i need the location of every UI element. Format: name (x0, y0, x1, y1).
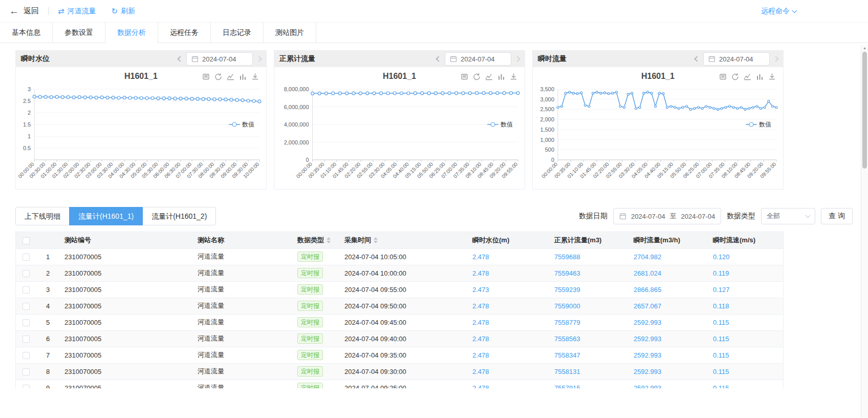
date-picker[interactable]: 2024-07-04 (445, 52, 511, 66)
water-level-link[interactable]: 2.478 (467, 265, 549, 281)
row-checkbox[interactable] (23, 270, 30, 277)
water-level-link[interactable]: 2.478 (467, 298, 549, 314)
cumulative-flow-link[interactable]: 7557915 (549, 380, 628, 388)
save-image-icon[interactable] (768, 73, 776, 80)
row-checkbox[interactable] (23, 368, 30, 375)
row-checkbox[interactable] (23, 286, 30, 294)
row-checkbox[interactable] (23, 319, 30, 326)
select-all-checkbox[interactable] (23, 237, 30, 244)
data-view-icon[interactable] (202, 73, 210, 80)
instant-flow-link[interactable]: 2592.993 (628, 330, 708, 347)
velocity-link[interactable]: 0.120 (708, 248, 783, 265)
velocity-link[interactable]: 0.127 (708, 281, 783, 298)
bar-chart-icon[interactable] (239, 73, 247, 80)
restore-icon[interactable] (731, 73, 739, 80)
water-level-link[interactable]: 2.478 (467, 380, 549, 388)
page-scrollbar[interactable]: ▲ (861, 45, 868, 418)
row-index: 4 (36, 298, 59, 314)
water-level-link[interactable]: 2.478 (467, 314, 549, 330)
tab-log-records[interactable]: 日志记录 (211, 23, 264, 43)
sort-carets-icon[interactable] (374, 237, 378, 243)
velocity-link[interactable]: 0.115 (708, 330, 783, 347)
cumulative-flow-link[interactable]: 7558347 (549, 347, 628, 363)
water-level-link[interactable]: 2.473 (467, 281, 549, 298)
instant-flow-link[interactable]: 2592.993 (628, 363, 708, 380)
tab-flowmeter-h1601-1[interactable]: 流量计(H1601_1) (69, 207, 143, 225)
chevron-left-icon[interactable] (177, 56, 183, 61)
cumulative-flow-link[interactable]: 7559463 (549, 265, 628, 281)
instant-flow-link[interactable]: 2657.067 (628, 298, 708, 314)
restore-icon[interactable] (214, 73, 222, 80)
scrollbar-thumb[interactable] (862, 52, 867, 169)
scrollbar-up-arrow-icon[interactable]: ▲ (861, 46, 868, 51)
instant-flow-link[interactable]: 2704.982 (628, 248, 708, 265)
cumulative-flow-link[interactable]: 7559239 (549, 281, 628, 298)
date-picker[interactable]: 2024-07-04 (703, 52, 770, 66)
refresh-button[interactable]: ↻ 刷新 (112, 7, 136, 16)
bar-chart-icon[interactable] (756, 73, 764, 80)
station-type-switcher[interactable]: ⇄ 河道流量 (58, 7, 96, 16)
svg-text:1,500: 1,500 (540, 127, 554, 133)
velocity-link[interactable]: 0.115 (708, 347, 783, 363)
water-level-link[interactable]: 2.478 (467, 248, 549, 265)
line-chart-icon[interactable] (485, 73, 493, 80)
cumulative-flow-link[interactable]: 7559000 (549, 298, 628, 314)
line-chart-icon[interactable] (744, 73, 751, 80)
cumulative-flow-link[interactable]: 7559688 (549, 248, 628, 265)
sort-carets-icon[interactable] (327, 237, 331, 243)
save-image-icon[interactable] (251, 73, 259, 80)
data-type-badge: 定时报 (297, 333, 323, 344)
velocity-link[interactable]: 0.115 (708, 363, 783, 380)
water-level-link[interactable]: 2.478 (467, 330, 549, 347)
chevron-left-icon[interactable] (694, 56, 700, 61)
tab-data-analysis[interactable]: 数据分析 (105, 23, 158, 43)
velocity-link[interactable]: 0.115 (708, 380, 783, 388)
row-checkbox[interactable] (23, 254, 30, 261)
tab-flowmeter-h1601-2[interactable]: 流量计(H1601_2) (142, 207, 216, 225)
search-button[interactable]: 查 询 (821, 208, 853, 224)
row-checkbox[interactable] (23, 352, 30, 359)
row-checkbox[interactable] (23, 336, 30, 343)
cumulative-flow-link[interactable]: 7558779 (549, 314, 628, 330)
row-checkbox[interactable] (23, 303, 30, 310)
chevron-right-icon[interactable] (514, 56, 520, 61)
data-type-select[interactable]: 全部 (761, 208, 815, 224)
remote-command-dropdown[interactable]: 远程命令 (761, 0, 796, 23)
cumulative-flow-link[interactable]: 7558131 (549, 363, 628, 380)
bar-chart-icon[interactable] (497, 73, 505, 80)
back-button[interactable]: 返回 (24, 6, 39, 16)
water-level-link[interactable]: 2.478 (467, 347, 549, 363)
velocity-link[interactable]: 0.115 (708, 314, 783, 330)
data-view-icon[interactable] (719, 73, 727, 80)
velocity-link[interactable]: 0.119 (708, 265, 783, 281)
tab-updown-detail[interactable]: 上下线明细 (15, 207, 70, 225)
restore-icon[interactable] (473, 73, 481, 80)
instant-flow-link[interactable]: 2866.865 (628, 281, 708, 298)
water-level-link[interactable]: 2.478 (467, 363, 549, 380)
instant-flow-link[interactable]: 2681.024 (628, 265, 708, 281)
instant-flow-link[interactable]: 2592.993 (628, 380, 708, 388)
tab-station-photos[interactable]: 测站图片 (264, 23, 316, 43)
tab-basic-info[interactable]: 基本信息 (0, 23, 53, 43)
type-filter-label: 数据类型 (727, 212, 755, 221)
instant-flow-link[interactable]: 2592.993 (628, 314, 708, 330)
data-view-icon[interactable] (461, 73, 468, 80)
save-image-icon[interactable] (510, 73, 517, 80)
cumulative-flow-link[interactable]: 7558563 (549, 330, 628, 347)
tab-remote-tasks[interactable]: 远程任务 (158, 23, 211, 43)
row-checkbox[interactable] (23, 385, 30, 388)
tab-parameter-settings[interactable]: 参数设置 (53, 23, 105, 43)
chevron-right-icon[interactable] (256, 56, 262, 61)
chevron-left-icon[interactable] (436, 56, 441, 61)
chevron-right-icon[interactable] (773, 56, 778, 61)
table-row: 52310070005河道流量定时报2024-07-04 09:45:002.4… (16, 314, 783, 330)
date-picker[interactable]: 2024-07-04 (186, 52, 253, 66)
column-header[interactable]: 采集时间 (339, 232, 467, 248)
back-arrow-icon[interactable]: ← (9, 6, 19, 16)
column-header[interactable]: 数据类型 (292, 232, 339, 248)
velocity-link[interactable]: 0.118 (708, 298, 783, 314)
panel-header: 瞬时水位 2024-07-04 (16, 51, 266, 67)
line-chart-icon[interactable] (227, 73, 234, 80)
instant-flow-link[interactable]: 2592.993 (628, 347, 708, 363)
date-range-picker[interactable]: 2024-07-04 至 2024-07-04 (613, 208, 721, 224)
